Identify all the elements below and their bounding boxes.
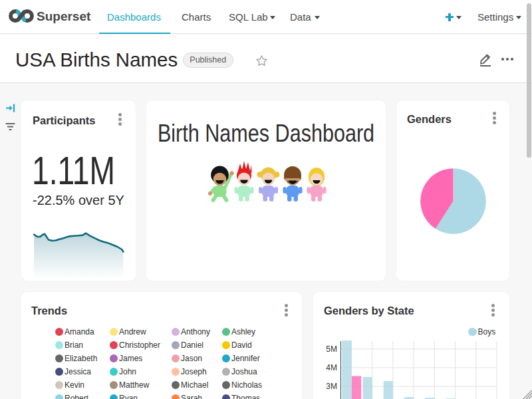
svg-text:5M: 5M <box>326 344 337 354</box>
svg-text:4M: 4M <box>326 363 337 372</box>
svg-text:3M: 3M <box>326 382 337 391</box>
